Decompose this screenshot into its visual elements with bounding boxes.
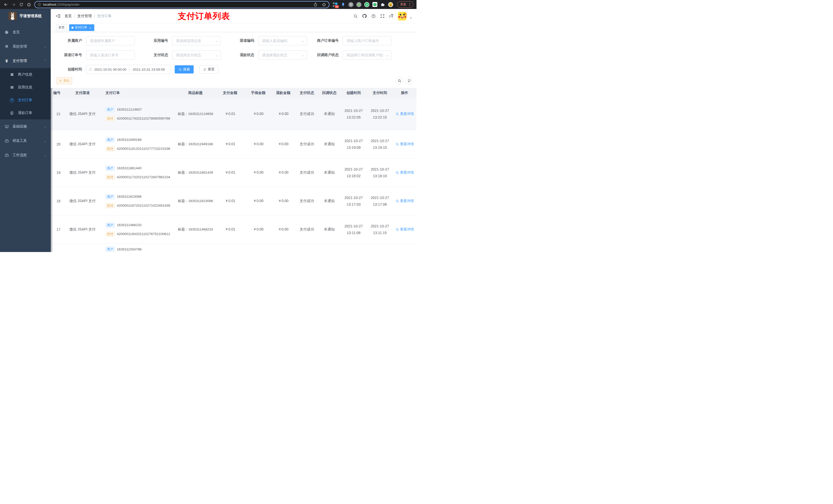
close-icon[interactable] (89, 26, 92, 29)
refund-amount: ￥0.00 (271, 170, 295, 175)
sidebar-item-payment[interactable]: ¥ 支付管理 (0, 54, 51, 68)
merchant-order-no-input[interactable] (343, 36, 391, 45)
sidebar-toggle-icon[interactable] (55, 13, 61, 19)
pay-status-select[interactable] (172, 50, 221, 60)
breadcrumb-pay-management[interactable]: 支付管理 (77, 14, 92, 19)
refresh-icon (203, 68, 207, 71)
sidebar-item-merchant-info[interactable]: 商户信息 (0, 68, 51, 81)
product-title: 标题：1635311949168 (176, 142, 215, 146)
app-select[interactable] (172, 36, 221, 45)
view-detail-link[interactable]: 查看详情 (396, 170, 414, 175)
yen-circle-icon: ¥ (10, 98, 14, 102)
filter-merchant-order-no: 商户订单编号 (310, 36, 391, 45)
profile-emoji-icon[interactable] (388, 2, 393, 7)
table-row: 19 微信 JSAPI 支付 商户 1635311881440 支付 42000… (51, 159, 416, 187)
channel-order-no-input[interactable] (86, 50, 135, 60)
address-bar[interactable]: localhost:1024/pay/order (34, 1, 329, 8)
column-header: 退款金额 (271, 91, 295, 95)
breadcrumb-home[interactable]: 首页 (65, 14, 72, 19)
notify-status: 未通知 (318, 170, 340, 175)
date-range-picker[interactable]: 2021-10-01 00:00:00 - 2021-10-31 23:59:5… (86, 65, 171, 74)
github-icon[interactable] (362, 14, 367, 19)
view-detail-link[interactable]: 查看详情 (396, 112, 414, 116)
fullscreen-icon[interactable] (380, 14, 385, 19)
refresh-table-button[interactable] (405, 77, 413, 85)
pay-channel: 微信 JSAPI 支付 (62, 227, 103, 232)
pay-tag: 支付 (105, 232, 115, 237)
chrome-update-button[interactable]: 更新 (397, 1, 413, 8)
browser-toolbar: localhost:1024/pay/order 10 y 更新 (0, 0, 416, 9)
shop-icon (10, 72, 14, 77)
tab-home[interactable]: 首页 (56, 24, 67, 31)
merchant-tag: 商户 (105, 222, 115, 228)
puzzle-extensions-icon[interactable] (380, 2, 385, 7)
merchant-input[interactable] (86, 36, 135, 45)
column-header: 手续金额 (245, 91, 271, 95)
sidebar-item-workflow[interactable]: 工作流程 (0, 148, 51, 162)
pay-tag: 支付 (105, 146, 115, 151)
field-label: 支付状态 (142, 53, 168, 57)
pay-tag: 支付 (105, 175, 115, 180)
toggle-search-button[interactable] (396, 77, 403, 85)
filter-app: 应用编号 (142, 36, 221, 45)
view-detail-link[interactable]: 查看详情 (396, 227, 414, 232)
refund-status-select[interactable] (258, 50, 307, 60)
sidebar-item-pay-order[interactable]: ¥ 支付订单 (0, 94, 51, 106)
sidebar-item-infrastructure[interactable]: 基础设施 (0, 119, 51, 134)
search-button[interactable]: 搜索 (175, 65, 194, 73)
tags-view: 首页 支付订单 (51, 23, 416, 32)
search-icon[interactable] (353, 14, 358, 19)
view-detail-link[interactable]: 查看详情 (396, 199, 414, 203)
browser-menu-dots-icon[interactable] (408, 3, 412, 6)
create-time: 2021-10-2713:19:09 (340, 139, 367, 149)
browser-reload-button[interactable] (18, 1, 25, 8)
sidebar-item-home[interactable]: 首页 (0, 25, 51, 40)
command-extension-icon[interactable] (348, 2, 354, 7)
sidebar-item-app-info[interactable]: 应用信息 (0, 81, 51, 94)
tab-pay-order[interactable]: 支付订单 (69, 24, 94, 31)
yuque-extension-icon[interactable]: y (364, 2, 370, 7)
sidebar-item-refund-order[interactable]: 退款订单 (0, 106, 51, 119)
font-size-icon[interactable]: TT (389, 14, 394, 18)
extension-badge-count: 10 (335, 5, 339, 8)
refund-amount: ￥0.00 (271, 227, 295, 232)
sidebar-item-dev-tools[interactable]: 研发工具 (0, 134, 51, 148)
active-tab-dot (71, 27, 73, 29)
browser-forward-button[interactable] (10, 1, 17, 8)
filter-form: 所属商户 应用编号 渠道编码 商户订单编号 渠道订单号 支付状态 (51, 32, 416, 74)
pay-time: 2021-10-2713:22:15 (367, 108, 393, 119)
browser-back-button[interactable] (3, 1, 9, 8)
filter-create-time: 创建时间 2021-10-01 00:00:00 - 2021-10-31 23… (56, 65, 171, 74)
orders-table: 编号 支付渠道 支付订单 商品标题 支付金额 手续金额 退款金额 支付状态 回调… (51, 88, 416, 252)
search-icon (396, 199, 399, 203)
chat-extension-icon[interactable] (372, 2, 377, 7)
export-button[interactable]: 导出 (56, 77, 72, 84)
column-header: 创建时间 (340, 91, 367, 95)
dot-extension-icon[interactable] (356, 2, 361, 7)
notify-status-select[interactable] (343, 50, 391, 60)
channel-pay-no: 4200001174202110278060590766 (117, 117, 170, 120)
view-detail-link[interactable]: 查看详情 (396, 142, 414, 146)
reset-button[interactable]: 重置 (199, 65, 218, 73)
browser-home-button[interactable] (26, 1, 32, 8)
search-icon (398, 79, 401, 83)
app-logo-row[interactable]: 芋道管理系统 (0, 9, 51, 23)
help-icon[interactable] (371, 14, 376, 19)
pay-channel: 微信 JSAPI 支付 (62, 142, 103, 146)
chevron-down-icon (44, 45, 47, 48)
site-info-icon[interactable] (38, 3, 41, 6)
search-icon (396, 228, 399, 231)
share-icon[interactable] (313, 2, 318, 7)
channel-code-select[interactable] (258, 36, 307, 45)
user-avatar[interactable] (398, 12, 406, 21)
sidebar-item-system[interactable]: 系统管理 (0, 40, 51, 54)
bookmark-star-icon[interactable] (322, 2, 326, 7)
gem-extension-icon[interactable] (340, 2, 346, 7)
sidebar-item-label: 应用信息 (18, 85, 32, 90)
pay-time: 2021-10-2713:11:15 (367, 224, 393, 235)
avatar-caret-icon[interactable] (409, 16, 412, 19)
update-label: 更新 (400, 2, 406, 7)
app-title: 芋道管理系统 (20, 14, 42, 19)
extension-badge-icon[interactable]: 10 (332, 2, 338, 7)
field-label: 渠道编码 (229, 39, 254, 43)
